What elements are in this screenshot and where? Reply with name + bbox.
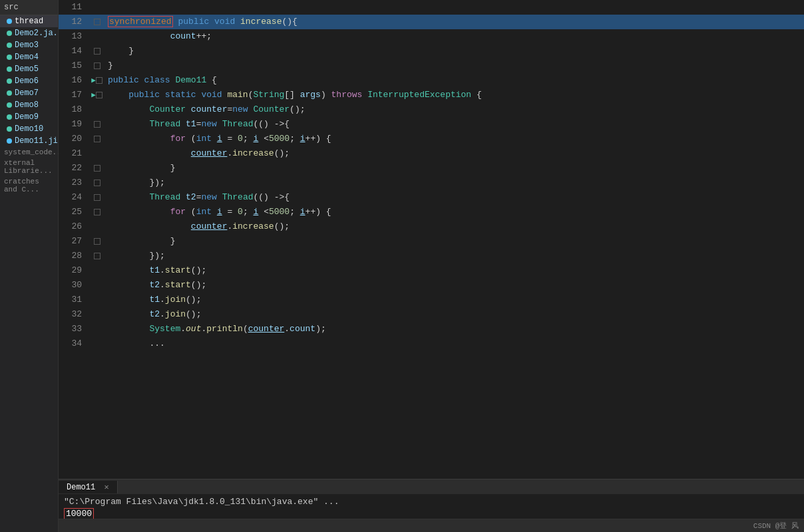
terminal-tab-label: Demo11: [67, 483, 95, 492]
code-line-27: 27 }: [59, 234, 804, 249]
code-line-32: 32 t2.join();: [59, 307, 804, 322]
sidebar-item-label: thread: [15, 17, 43, 26]
line-number: 17: [59, 88, 89, 102]
fold-icon[interactable]: [94, 48, 100, 55]
terminal-tab-demo11[interactable]: Demo11 ✕: [59, 481, 118, 493]
keyword-synchronized: synchronized: [108, 16, 173, 27]
line-number: 27: [59, 234, 89, 249]
sidebar-item-thread[interactable]: thread: [0, 15, 58, 27]
line-gutter: [89, 117, 105, 132]
code-area: 11 12 synchronized public void increase(…: [59, 0, 804, 351]
fold-icon[interactable]: [94, 238, 100, 245]
code-line-33: 33 System.out.println(counter.count);: [59, 322, 804, 336]
line-content: }: [105, 234, 804, 249]
line-gutter: ▶: [89, 88, 105, 102]
main-panel: 11 12 synchronized public void increase(…: [59, 0, 804, 532]
line-content: counter.increase();: [105, 146, 804, 161]
code-line: 11: [59, 0, 804, 15]
code-line-14: 14 }: [59, 44, 804, 59]
sidebar-item-demo6[interactable]: Demo6: [0, 75, 58, 87]
sidebar-item-demo10[interactable]: Demo10: [0, 123, 58, 135]
fold-icon[interactable]: [94, 63, 100, 69]
line-number: 31: [59, 293, 89, 307]
line-content: });: [105, 249, 804, 263]
fold-icon[interactable]: [94, 136, 100, 142]
code-line-23: 23 });: [59, 176, 804, 190]
dot-icon: [7, 126, 12, 132]
line-gutter: ▶: [89, 73, 105, 88]
line-gutter: [89, 146, 105, 161]
terminal-tabs: Demo11 ✕: [59, 479, 804, 494]
line-content: public static void main(String[] args) t…: [105, 88, 804, 102]
fold-icon[interactable]: [94, 253, 100, 259]
code-line-25: 25 for (int i = 0; i <5000; i++) {: [59, 205, 804, 219]
line-gutter: [89, 15, 105, 29]
sidebar-item-label: Demo9: [15, 112, 39, 122]
line-number: 23: [59, 176, 89, 190]
sidebar-item-label: Demo10: [15, 124, 43, 134]
sidebar-item-demo7[interactable]: Demo7: [0, 87, 58, 99]
line-number: 34: [59, 336, 89, 351]
sidebar-item-demo3[interactable]: Demo3: [0, 39, 58, 51]
sidebar-item-label: Demo3: [15, 41, 39, 50]
line-content: Thread t2=new Thread(() ->{: [105, 190, 804, 205]
code-line-12: 12 synchronized public void increase(){: [59, 15, 804, 29]
line-number: 20: [59, 132, 89, 146]
fold-icon[interactable]: [94, 209, 100, 215]
code-line-24: 24 Thread t2=new Thread(() ->{: [59, 190, 804, 205]
terminal-close-icon[interactable]: ✕: [104, 483, 108, 492]
fold-icon[interactable]: [94, 165, 100, 172]
code-line-34: 34 ...: [59, 336, 804, 351]
line-number: 19: [59, 117, 89, 132]
fold-icon[interactable]: [96, 92, 102, 98]
line-number: 24: [59, 190, 89, 205]
sidebar-item-demo9[interactable]: Demo9: [0, 111, 58, 123]
code-editor[interactable]: 11 12 synchronized public void increase(…: [59, 0, 804, 479]
sidebar-item-demo2[interactable]: Demo2.ja...: [0, 27, 58, 39]
sidebar-item-label: Demo7: [15, 88, 39, 98]
line-content: synchronized public void increase(){: [105, 15, 804, 29]
line-gutter: [89, 176, 105, 190]
line-number: 33: [59, 322, 89, 336]
code-line-18: 18 Counter counter=new Counter();: [59, 102, 804, 117]
sidebar-item-label: Demo11.ji...: [15, 136, 58, 146]
line-number: 25: [59, 205, 89, 219]
fold-icon[interactable]: [96, 77, 102, 84]
code-line-19: 19 Thread t1=new Thread(() ->{: [59, 117, 804, 132]
terminal-command: "C:\Program Files\Java\jdk1.8.0_131\bin\…: [64, 497, 799, 507]
code-line-30: 30 t2.start();: [59, 278, 804, 293]
fold-icon[interactable]: [94, 121, 100, 128]
sidebar-item-demo11[interactable]: Demo11.ji...: [0, 135, 58, 147]
dot-icon: [7, 31, 12, 36]
line-number: 11: [59, 0, 89, 15]
run-arrow-icon[interactable]: ▶: [91, 88, 96, 102]
line-number: 21: [59, 146, 89, 161]
run-arrow-icon[interactable]: ▶: [91, 73, 96, 88]
line-content: t2.start();: [105, 278, 804, 293]
sidebar-item-demo5[interactable]: Demo5: [0, 63, 58, 75]
line-gutter: [89, 278, 105, 293]
terminal-content: "C:\Program Files\Java\jdk1.8.0_131\bin\…: [59, 494, 804, 519]
line-number: 32: [59, 307, 89, 322]
code-line-13: 13 count++;: [59, 29, 804, 44]
fold-icon[interactable]: [94, 194, 100, 201]
code-line-31: 31 t1.join();: [59, 293, 804, 307]
line-content: Counter counter=new Counter();: [105, 102, 804, 117]
line-gutter: [89, 293, 105, 307]
line-gutter: [89, 29, 105, 44]
line-content: counter.increase();: [105, 219, 804, 234]
sidebar-item-demo4[interactable]: Demo4: [0, 51, 58, 63]
line-content: Thread t1=new Thread(() ->{: [105, 117, 804, 132]
sidebar-item-demo8[interactable]: Demo8: [0, 99, 58, 111]
dot-icon: [7, 55, 12, 60]
fold-icon[interactable]: [94, 19, 100, 25]
line-gutter: [89, 249, 105, 263]
line-content: [105, 0, 804, 15]
line-gutter: [89, 219, 105, 234]
line-gutter: [89, 307, 105, 322]
terminal-output-line: 10000: [64, 508, 799, 519]
dot-icon: [7, 90, 12, 96]
sidebar-item-label: Demo5: [15, 65, 39, 74]
sidebar-special-scratches: cratches and C...: [0, 176, 58, 195]
fold-icon[interactable]: [94, 180, 100, 186]
